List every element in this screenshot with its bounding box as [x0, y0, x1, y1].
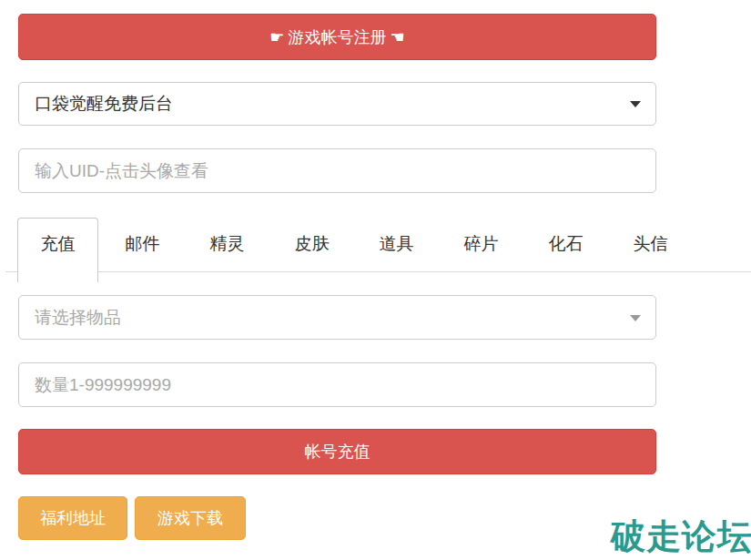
item-select-placeholder: 请选择物品	[35, 306, 121, 330]
welfare-address-label: 福利地址	[40, 507, 106, 529]
game-download-label: 游戏下载	[157, 507, 223, 529]
game-download-button[interactable]: 游戏下载	[135, 496, 246, 540]
tab-prop[interactable]: 道具	[354, 218, 439, 272]
welfare-address-button[interactable]: 福利地址	[18, 496, 127, 540]
tab-recharge[interactable]: 充值	[17, 218, 98, 282]
tab-elf[interactable]: 精灵	[185, 218, 269, 272]
register-button[interactable]: ☛ 游戏帐号注册 ☚	[18, 14, 656, 60]
server-select[interactable]: 口袋觉醒免费后台	[18, 82, 656, 126]
register-button-label: 游戏帐号注册	[289, 26, 387, 48]
recharge-button[interactable]: 帐号充值	[18, 429, 656, 474]
quantity-input[interactable]	[18, 362, 656, 407]
page: ☛ 游戏帐号注册 ☚ 口袋觉醒免费后台 充值 邮件 精灵 皮肤 道具 碎片 化石…	[0, 0, 751, 560]
caret-down-icon	[630, 101, 641, 107]
tab-mail[interactable]: 邮件	[100, 218, 185, 272]
tab-fossil[interactable]: 化石	[523, 218, 608, 272]
caret-down-icon	[630, 315, 641, 321]
tab-headmsg[interactable]: 头信	[608, 218, 693, 272]
server-select-value: 口袋觉醒免费后台	[35, 92, 173, 116]
tab-fragment[interactable]: 碎片	[439, 218, 523, 272]
uid-input[interactable]	[18, 148, 656, 193]
forum-watermark: 破走论坛	[611, 514, 751, 560]
item-select[interactable]: 请选择物品	[18, 295, 656, 340]
recharge-button-label: 帐号充值	[305, 441, 370, 463]
tab-bar: 充值 邮件 精灵 皮肤 道具 碎片 化石 头信	[0, 218, 751, 282]
tab-skin[interactable]: 皮肤	[269, 218, 354, 272]
pointing-right-icon: ☛	[269, 27, 284, 47]
pointing-left-icon: ☚	[391, 27, 405, 47]
